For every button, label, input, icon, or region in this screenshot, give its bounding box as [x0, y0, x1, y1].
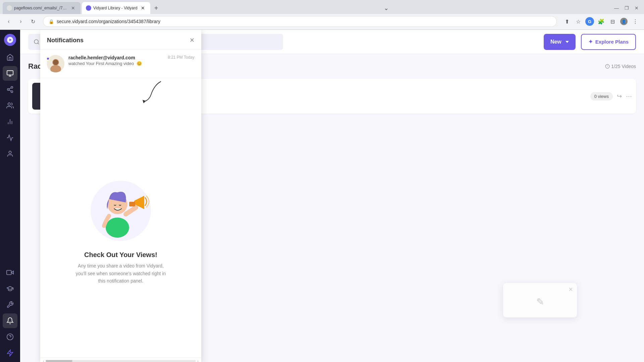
more-options-icon[interactable]: ⋯ [626, 93, 632, 100]
notification-content: rachelle.hemler@vidyard.com watched Your… [68, 55, 164, 66]
empty-state-description: Any time you share a video from Vidyard,… [74, 262, 168, 285]
sidebar-item-notifications[interactable] [3, 313, 17, 328]
teams-icon [6, 102, 14, 109]
new-button[interactable]: New [544, 34, 576, 50]
sidebar-toggle-button[interactable]: ⊟ [608, 17, 617, 26]
tab-close-1[interactable]: ✕ [70, 5, 76, 11]
svg-point-5 [11, 86, 13, 88]
svg-rect-16 [7, 270, 11, 275]
home-icon [6, 54, 14, 61]
sidebar-item-share[interactable] [3, 82, 17, 97]
svg-rect-34 [129, 202, 135, 206]
profile-avatar: G [585, 17, 594, 26]
svg-line-21 [38, 43, 39, 44]
notifications-header: Notifications ✕ [40, 30, 201, 50]
sidebar [0, 30, 20, 362]
main-content: New ✦ Explore Plans Rachelle's Folder ⚙ … [20, 30, 644, 362]
tab-favicon-1 [7, 5, 12, 11]
tab-overflow-button[interactable]: ⌄ [382, 3, 390, 13]
svg-point-31 [106, 218, 129, 238]
svg-line-8 [9, 90, 11, 91]
tools-icon [6, 301, 14, 308]
explore-plans-button[interactable]: ✦ Explore Plans [581, 34, 636, 50]
browser-tab-2[interactable]: Vidyard Library - Vidyard ✕ [82, 2, 150, 14]
sidebar-item-help[interactable] [3, 329, 17, 344]
video-actions: 0 views ↪ ⋯ [590, 92, 632, 101]
tab-favicon-2 [86, 5, 91, 11]
sidebar-item-learn[interactable] [3, 281, 17, 296]
notifications-scrollbar-container: ‹ › [40, 357, 201, 362]
library-icon [6, 70, 14, 77]
sidebar-item-power[interactable] [3, 346, 17, 360]
tab-close-2[interactable]: ✕ [140, 5, 146, 11]
analytics-icon [6, 118, 14, 125]
scrollbar-thumb [46, 360, 72, 362]
explore-plans-label: Explore Plans [595, 39, 629, 45]
notifications-close-button[interactable]: ✕ [190, 37, 195, 44]
scroll-right-arrow[interactable]: › [197, 359, 199, 362]
empty-state-title: Check Out Your Views! [84, 251, 157, 259]
sidebar-item-home[interactable] [3, 50, 17, 65]
notification-emoji: 😊 [137, 61, 142, 66]
svg-marker-29 [143, 100, 146, 103]
annotation-arrow-svg [134, 78, 174, 105]
views-badge: 0 views [590, 92, 613, 101]
url-text: secure.vidyard.com/organizations/3454387… [57, 19, 551, 24]
popup-hint: ✕ ✎ [503, 283, 577, 317]
share-video-icon[interactable]: ↪ [617, 93, 622, 100]
annotation-arrow [40, 78, 201, 105]
bookmark-button[interactable]: ☆ [574, 17, 583, 26]
sidebar-item-profile[interactable] [3, 146, 17, 161]
sidebar-item-analytics[interactable] [3, 114, 17, 129]
power-icon [6, 349, 14, 357]
graduation-icon [6, 285, 14, 292]
notifications-empty-state: Check Out Your Views! Any time you share… [40, 105, 201, 357]
info-icon [605, 64, 610, 69]
help-icon [6, 333, 14, 341]
new-button-chevron [566, 41, 569, 43]
window-close-button[interactable]: ✕ [632, 3, 641, 13]
profile-icon [6, 150, 14, 158]
new-tab-button[interactable]: + [152, 3, 161, 13]
browser-tab-1[interactable]: pageflows.com/_emails/_/7fb5c... ✕ [3, 2, 80, 14]
sidebar-item-library[interactable] [3, 66, 17, 81]
chrome-account-button[interactable]: 👤 [619, 17, 629, 26]
explore-icon: ✦ [588, 39, 593, 45]
sidebar-item-teams[interactable] [3, 98, 17, 113]
back-button[interactable]: ‹ [4, 17, 13, 26]
scrollbar-row: ‹ › [43, 359, 199, 362]
sidebar-item-tools[interactable] [3, 297, 17, 312]
notification-item: rachelle.hemler@vidyard.com watched Your… [40, 50, 201, 78]
browser-chrome: pageflows.com/_emails/_/7fb5c... ✕ Vidya… [0, 0, 644, 30]
scroll-left-arrow[interactable]: ‹ [43, 359, 44, 362]
popup-hint-close[interactable]: ✕ [569, 286, 573, 293]
notification-avatar [47, 55, 64, 72]
svg-point-14 [9, 151, 11, 154]
new-button-label: New [550, 39, 561, 45]
maximize-button[interactable]: ❐ [622, 3, 631, 13]
address-bar[interactable]: 🔒 secure.vidyard.com/organizations/34543… [43, 16, 557, 27]
reload-button[interactable]: ↻ [28, 17, 38, 26]
notification-unread-dot [46, 57, 50, 60]
svg-point-10 [8, 103, 10, 105]
minimize-button[interactable]: — [612, 3, 621, 13]
bell-icon [6, 317, 14, 324]
chrome-profile[interactable]: G [585, 17, 594, 26]
sidebar-item-reports[interactable] [3, 130, 17, 145]
svg-point-20 [34, 40, 38, 44]
extensions-button[interactable]: 🧩 [596, 17, 606, 26]
app-logo[interactable] [4, 34, 16, 46]
scrollbar-track[interactable] [46, 360, 196, 362]
tab-label-2: Vidyard Library - Vidyard [93, 6, 138, 10]
svg-marker-19 [7, 350, 13, 356]
chrome-menu-button[interactable]: ⋮ [631, 17, 640, 26]
share-page-button[interactable]: ⬆ [562, 17, 572, 26]
search-icon [34, 39, 40, 45]
sidebar-item-video[interactable] [3, 265, 17, 280]
notifications-title: Notifications [47, 37, 84, 44]
video-icon [6, 269, 14, 276]
vidyard-logo-icon [6, 36, 14, 44]
forward-button[interactable]: › [16, 17, 25, 26]
svg-point-28 [53, 60, 58, 65]
tab-label-1: pageflows.com/_emails/_/7fb5c... [14, 6, 68, 10]
